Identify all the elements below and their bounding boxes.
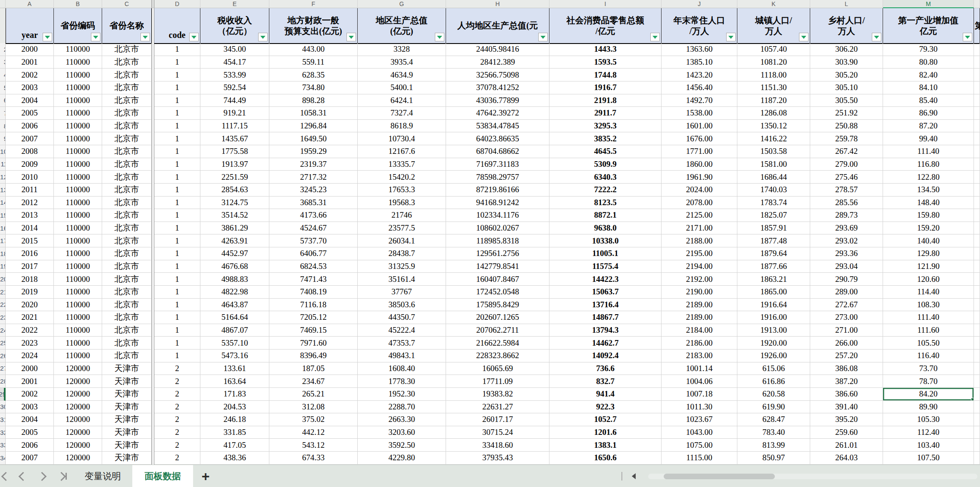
row-number-header[interactable]: 12 (0, 171, 6, 184)
table-cell[interactable]: 2013 (6, 209, 54, 222)
table-cell[interactable]: 2194.00 (662, 260, 737, 273)
table-cell[interactable]: 79.30 (883, 43, 974, 56)
table-cell[interactable]: 84.20 (883, 388, 974, 401)
table-cell[interactable]: 744.49 (200, 94, 269, 107)
table-cell[interactable]: 3328 (358, 43, 446, 56)
row-number-header[interactable]: 27 (0, 362, 6, 375)
table-cell[interactable]: 303.90 (810, 56, 883, 69)
table-cell[interactable]: 28438.7 (358, 247, 446, 260)
table-cell[interactable]: 1771.00 (662, 145, 737, 158)
table-cell[interactable]: 207062.2711 (446, 324, 549, 337)
table-cell[interactable]: 110000 (54, 184, 102, 197)
table-cell[interactable]: 1 (154, 260, 200, 273)
table-cell[interactable]: 734.80 (269, 81, 358, 94)
table-cell[interactable]: 1 (154, 145, 200, 158)
table-cell[interactable]: 7327.4 (358, 107, 446, 120)
table-cell[interactable]: 24405.98416 (446, 43, 549, 56)
filter-dropdown-button-L[interactable] (872, 33, 881, 41)
table-cell[interactable]: 26017.17 (446, 413, 549, 426)
table-cell[interactable]: 北京市 (102, 337, 152, 350)
table-cell[interactable]: 110000 (54, 260, 102, 273)
table-cell[interactable]: 285.56 (810, 197, 883, 209)
table-cell[interactable]: 53834.47845 (446, 120, 549, 133)
table-cell[interactable]: 43036.77899 (446, 94, 549, 107)
table-cell[interactable]: 13335.7 (358, 158, 446, 171)
table-cell[interactable]: 2251.59 (200, 171, 269, 184)
table-cell[interactable]: 674.33 (269, 452, 358, 465)
table-cell[interactable]: 37078.41252 (446, 81, 549, 94)
table-cell[interactable]: 110000 (54, 56, 102, 69)
table-cell[interactable]: 2190.00 (662, 286, 737, 299)
table-cell[interactable]: 172452.0548 (446, 286, 549, 299)
table-cell[interactable]: 1115.00 (662, 452, 737, 465)
table-cell[interactable]: 4524.67 (269, 222, 358, 235)
table-cell[interactable]: 1 (154, 299, 200, 312)
table-cell[interactable]: 120000 (54, 452, 102, 465)
row-number-header[interactable]: 17 (0, 234, 6, 247)
table-cell[interactable]: 7205.12 (269, 311, 358, 324)
table-cell[interactable] (974, 43, 980, 56)
table-cell[interactable]: 293.02 (810, 234, 883, 247)
table-cell[interactable]: 64023.86635 (446, 132, 549, 145)
table-cell[interactable]: 1001.14 (662, 362, 737, 375)
table-cell[interactable]: 110000 (54, 81, 102, 94)
table-cell[interactable]: 1081.20 (737, 56, 810, 69)
column-letter-H[interactable]: H (446, 0, 549, 8)
column-letter-N[interactable] (974, 0, 980, 8)
table-cell[interactable]: 7971.60 (269, 337, 358, 350)
table-cell[interactable]: 北京市 (102, 247, 152, 260)
table-cell[interactable]: 1 (154, 350, 200, 362)
table-cell[interactable]: 159.20 (883, 222, 974, 235)
table-cell[interactable]: 2184.00 (662, 324, 737, 337)
table-cell[interactable]: 628.47 (737, 413, 810, 426)
table-cell[interactable]: 49843.1 (358, 350, 446, 362)
table-cell[interactable]: 1961.90 (662, 171, 737, 184)
table-cell[interactable]: 天津市 (102, 413, 152, 426)
table-cell[interactable]: 1538.00 (662, 107, 737, 120)
table-cell[interactable]: 71697.31183 (446, 158, 549, 171)
table-cell[interactable] (974, 311, 980, 324)
table-cell[interactable]: 293.36 (810, 247, 883, 260)
table-cell[interactable]: 2717.32 (269, 171, 358, 184)
selection-fill-handle[interactable] (971, 398, 974, 401)
table-cell[interactable]: 1435.67 (200, 132, 269, 145)
table-cell[interactable]: 天津市 (102, 401, 152, 414)
table-cell[interactable]: 北京市 (102, 94, 152, 107)
table-cell[interactable]: 2186.00 (662, 337, 737, 350)
table-cell[interactable]: 2125.00 (662, 209, 737, 222)
table-cell[interactable]: 110000 (54, 107, 102, 120)
table-cell[interactable]: 2010 (6, 171, 54, 184)
table-cell[interactable]: 2 (154, 362, 200, 375)
table-cell[interactable]: 105.50 (883, 337, 974, 350)
table-cell[interactable]: 37935.43 (446, 452, 549, 465)
row-number-header[interactable]: 5 (0, 81, 6, 94)
table-cell[interactable]: 1879.64 (737, 247, 810, 260)
table-cell[interactable]: 北京市 (102, 311, 152, 324)
table-cell[interactable]: 4263.91 (200, 234, 269, 247)
table-cell[interactable]: 15063.7 (549, 286, 662, 299)
table-cell[interactable]: 1023.67 (662, 413, 737, 426)
table-cell[interactable]: 2024.00 (662, 184, 737, 197)
table-cell[interactable]: 19383.82 (446, 388, 549, 401)
header-cell-H[interactable]: 人均地区生产总值(元 (446, 8, 549, 43)
table-cell[interactable]: 37767 (358, 286, 446, 299)
table-cell[interactable]: 148.40 (883, 197, 974, 209)
table-cell[interactable]: 175895.8429 (446, 299, 549, 312)
table-cell[interactable]: 2021 (6, 311, 54, 324)
table-cell[interactable]: 4173.66 (269, 209, 358, 222)
header-cell-B[interactable]: 省份编码 (54, 8, 102, 43)
table-cell[interactable]: 1151.30 (737, 81, 810, 94)
table-cell[interactable]: 11575.4 (549, 260, 662, 273)
table-cell[interactable]: 22631.27 (446, 401, 549, 414)
table-cell[interactable]: 592.54 (200, 81, 269, 94)
table-cell[interactable]: 1 (154, 107, 200, 120)
table-cell[interactable]: 110000 (54, 197, 102, 209)
row-number-header[interactable]: 31 (0, 413, 6, 426)
table-cell[interactable]: 454.17 (200, 56, 269, 69)
table-cell[interactable]: 14867.7 (549, 311, 662, 324)
table-cell[interactable] (974, 158, 980, 171)
table-cell[interactable]: 2911.7 (549, 107, 662, 120)
table-cell[interactable]: 9638.0 (549, 222, 662, 235)
table-cell[interactable]: 110000 (54, 299, 102, 312)
table-cell[interactable]: 160407.8467 (446, 273, 549, 286)
